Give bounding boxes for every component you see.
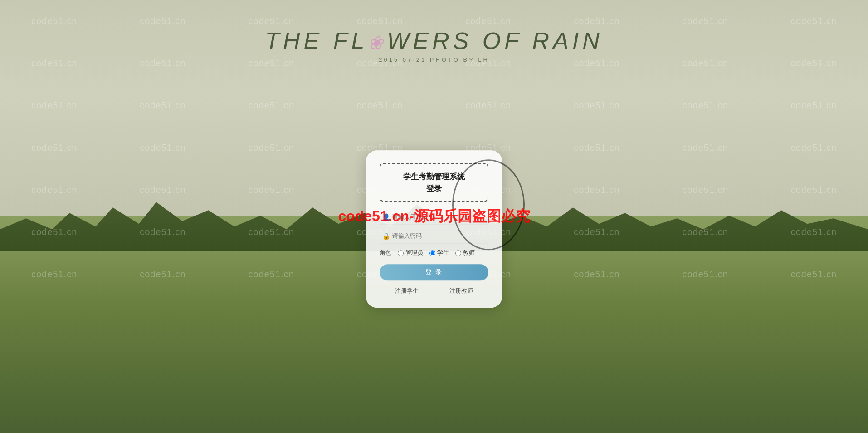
login-card-wrapper: 学生考勤管理系统 登录 👤 🔒 角色 管理员 学生: [366, 150, 502, 308]
register-row: 注册学生 注册教师: [380, 287, 488, 295]
role-label: 角色: [380, 249, 392, 257]
role-options: 管理员 学生 教师: [398, 249, 475, 257]
role-student[interactable]: 学生: [429, 249, 449, 257]
deco-circle: [452, 159, 525, 250]
login-button[interactable]: 登 录: [380, 264, 488, 280]
user-icon: 👤: [382, 213, 390, 221]
role-student-radio[interactable]: [429, 250, 435, 256]
register-teacher-link[interactable]: 注册教师: [449, 287, 473, 295]
role-admin-radio[interactable]: [398, 250, 404, 256]
site-title: THE FL❀WERS OF RAIN: [265, 27, 603, 54]
register-student-link[interactable]: 注册学生: [395, 287, 419, 295]
role-teacher[interactable]: 教师: [455, 249, 475, 257]
role-admin-label: 管理员: [405, 249, 423, 257]
role-admin[interactable]: 管理员: [398, 249, 423, 257]
header-title-block: THE FL❀WERS OF RAIN 2015·07·21 PHOTO BY …: [265, 27, 603, 63]
title-text-1: THE FL: [265, 28, 368, 54]
lock-icon: 🔒: [382, 232, 390, 240]
title-text-2: WERS OF RAIN: [387, 28, 603, 54]
role-teacher-label: 教师: [463, 249, 475, 257]
site-subtitle: 2015·07·21 PHOTO BY LH: [265, 56, 603, 63]
flower-icon: ❀: [368, 32, 387, 53]
role-row: 角色 管理员 学生 教师: [380, 249, 488, 257]
role-student-label: 学生: [437, 249, 449, 257]
role-teacher-radio[interactable]: [455, 250, 461, 256]
